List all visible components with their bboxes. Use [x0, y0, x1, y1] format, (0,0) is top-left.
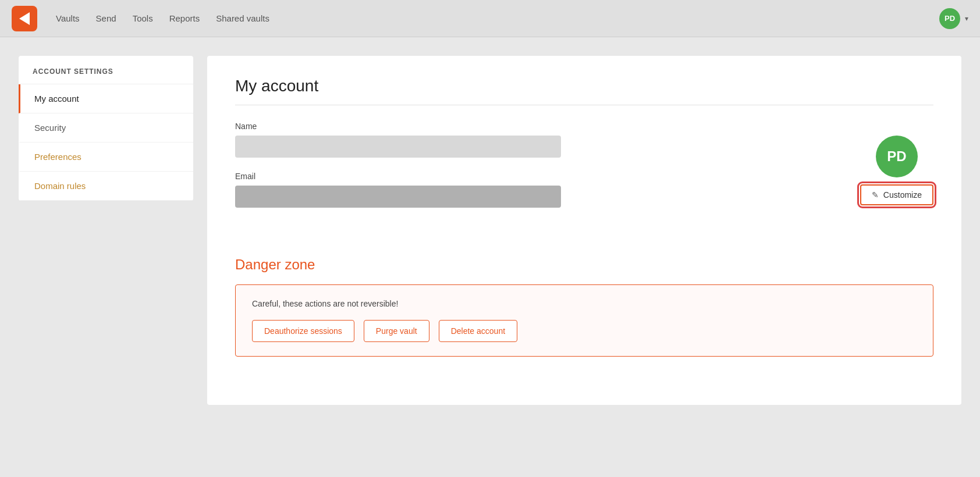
email-input-redacted[interactable]	[235, 186, 561, 208]
danger-zone-section: Danger zone Careful, these actions are n…	[235, 257, 933, 357]
sidebar-heading: ACCOUNT SETTINGS	[19, 56, 193, 84]
sidebar: ACCOUNT SETTINGS My account Security Pre…	[19, 56, 193, 201]
nav-items: Vaults Send Tools Reports Shared vaults	[56, 11, 921, 26]
nav-item-reports[interactable]: Reports	[169, 11, 200, 26]
nav-right: PD ▾	[939, 8, 968, 29]
email-field-group: Email	[235, 172, 841, 208]
edit-icon: ✎	[872, 190, 879, 200]
customize-button[interactable]: ✎ Customize	[860, 184, 933, 205]
nav-item-send[interactable]: Send	[96, 11, 116, 26]
danger-actions: Deauthorize sessions Purge vault Delete …	[252, 320, 917, 342]
user-avatar-nav[interactable]: PD	[939, 8, 960, 29]
sidebar-item-domain-rules[interactable]: Domain rules	[19, 172, 193, 201]
sidebar-item-my-account[interactable]: My account	[19, 84, 193, 113]
sidebar-item-security[interactable]: Security	[19, 113, 193, 143]
nav-item-shared-vaults[interactable]: Shared vaults	[216, 11, 269, 26]
delete-account-button[interactable]: Delete account	[439, 320, 517, 342]
app-logo[interactable]	[12, 6, 37, 31]
main-container: ACCOUNT SETTINGS My account Security Pre…	[0, 37, 980, 423]
purge-vault-button[interactable]: Purge vault	[364, 320, 429, 342]
name-input-redacted[interactable]	[235, 136, 561, 158]
email-label: Email	[235, 172, 841, 181]
deauthorize-sessions-button[interactable]: Deauthorize sessions	[252, 320, 354, 342]
danger-zone-title: Danger zone	[235, 257, 933, 273]
logo-arrow-icon	[19, 12, 30, 25]
nav-item-tools[interactable]: Tools	[133, 11, 153, 26]
sidebar-item-preferences[interactable]: Preferences	[19, 143, 193, 172]
account-fields: Name Email	[235, 122, 841, 222]
danger-zone-box: Careful, these actions are not reversibl…	[235, 284, 933, 357]
danger-warning-text: Careful, these actions are not reversibl…	[252, 299, 917, 308]
avatar-section: PD ✎ Customize	[860, 122, 933, 205]
nav-item-vaults[interactable]: Vaults	[56, 11, 80, 26]
page-title: My account	[235, 77, 933, 105]
name-field-group: Name	[235, 122, 841, 158]
customize-label: Customize	[883, 190, 922, 200]
account-top-section: Name Email PD ✎ Customize	[235, 122, 933, 222]
name-label: Name	[235, 122, 841, 131]
chevron-down-icon[interactable]: ▾	[965, 15, 968, 23]
user-avatar-large: PD	[876, 136, 918, 177]
content-area: My account Name Email PD ✎ Custo	[207, 56, 961, 405]
top-navigation: Vaults Send Tools Reports Shared vaults …	[0, 0, 980, 37]
